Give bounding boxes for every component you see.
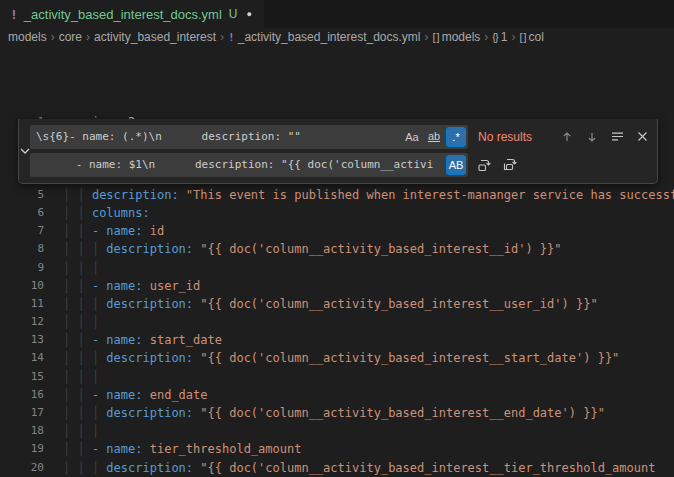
line-content: │ │ │ bbox=[63, 422, 106, 440]
code-line[interactable]: 17│ │ │ description: "{{ doc('column__ac… bbox=[0, 404, 674, 422]
indent-guide: │ │ │ bbox=[63, 424, 106, 438]
array-symbol-icon: [ ] bbox=[519, 31, 525, 43]
close-find-button[interactable] bbox=[633, 128, 651, 146]
indent-guide: │ │ │ bbox=[63, 297, 106, 311]
breadcrumb-separator: › bbox=[511, 30, 515, 44]
line-number[interactable]: 17 bbox=[0, 404, 44, 422]
code-token: id bbox=[150, 224, 164, 238]
code-token: description: bbox=[106, 242, 193, 256]
replace-input[interactable]: - name: $1\n description: "{{ doc('colum… bbox=[30, 153, 468, 177]
indent-guide: │ │ bbox=[63, 333, 92, 347]
line-number[interactable]: 9 bbox=[0, 259, 44, 277]
line-number[interactable]: 14 bbox=[0, 349, 44, 367]
editor-pane[interactable]: \s{6}- name: (.*)\n description: "" Aa a… bbox=[0, 113, 674, 477]
yaml-symbol-icon: ! bbox=[228, 31, 235, 44]
line-number[interactable]: 15 bbox=[0, 368, 44, 386]
toggle-replace-button[interactable] bbox=[19, 119, 30, 183]
code-token bbox=[142, 279, 149, 293]
line-content: │ │ - name: id bbox=[63, 222, 164, 240]
code-line[interactable]: 16│ │ - name: end_date bbox=[0, 386, 674, 404]
indent-guide: │ │ │ bbox=[63, 370, 106, 384]
line-number[interactable]: 7 bbox=[0, 222, 44, 240]
line-number[interactable]: 8 bbox=[0, 240, 44, 258]
preserve-case-toggle[interactable]: AB bbox=[446, 155, 466, 175]
breadcrumb-item-1[interactable]: {}1 bbox=[492, 30, 507, 44]
line-content: │ │ │ bbox=[63, 313, 106, 331]
line-number[interactable]: 10 bbox=[0, 277, 44, 295]
line-number[interactable]: 19 bbox=[0, 440, 44, 458]
tab-active[interactable]: ! _activity_based_interest_docs.yml U ● bbox=[0, 0, 264, 28]
indent-guide: │ │ │ bbox=[63, 315, 106, 329]
breadcrumb-label: _activity_based_interest_docs.yml bbox=[238, 30, 421, 44]
code-token: - name: bbox=[92, 279, 143, 293]
line-content: │ │ │ bbox=[63, 368, 106, 386]
breadcrumb: models›core›activity_based_interest›!_ac… bbox=[0, 28, 674, 46]
match-case-toggle[interactable]: Aa bbox=[402, 127, 422, 147]
replace-all-button[interactable] bbox=[500, 155, 520, 175]
indent-guide: │ │ │ bbox=[63, 461, 106, 475]
find-results-status: No results bbox=[478, 130, 546, 144]
code-token: tier_threshold_amount bbox=[150, 442, 302, 456]
breadcrumb-item-activity_based_interest[interactable]: activity_based_interest bbox=[94, 30, 216, 44]
replace-all-icon bbox=[502, 157, 518, 172]
regex-toggle[interactable]: .* bbox=[446, 127, 466, 147]
code-token: "{{ doc('column__activity_based_interest… bbox=[200, 351, 619, 365]
line-number[interactable]: 13 bbox=[0, 331, 44, 349]
code-token: "{{ doc('column__activity_based_interest… bbox=[200, 242, 561, 256]
line-number[interactable]: 5 bbox=[0, 186, 44, 204]
breadcrumb-item-models[interactable]: [ ]models bbox=[433, 30, 481, 44]
code-line[interactable]: 15│ │ │ bbox=[0, 368, 674, 386]
code-token: - name: bbox=[92, 333, 143, 347]
find-input[interactable]: \s{6}- name: (.*)\n description: "" Aa a… bbox=[30, 125, 468, 149]
code-line[interactable]: 11│ │ │ description: "{{ doc('column__ac… bbox=[0, 295, 674, 313]
code-line[interactable]: 5│ │ description: "This event is publish… bbox=[0, 186, 674, 204]
indent-guide: │ │ bbox=[63, 442, 92, 456]
breadcrumb-item-_activity_based_interest_docs.yml[interactable]: !_activity_based_interest_docs.yml bbox=[228, 30, 420, 44]
indent-guide: │ │ bbox=[63, 188, 92, 202]
code-token: columns: bbox=[92, 206, 150, 220]
code-token: - name: bbox=[92, 388, 143, 402]
line-number[interactable]: 20 bbox=[0, 459, 44, 477]
code-line[interactable]: 19│ │ - name: tier_threshold_amount bbox=[0, 440, 674, 458]
line-number[interactable]: 12 bbox=[0, 313, 44, 331]
line-content: │ │ - name: tier_threshold_amount bbox=[63, 440, 301, 458]
next-match-button[interactable] bbox=[583, 128, 601, 146]
line-number[interactable]: 6 bbox=[0, 204, 44, 222]
previous-match-button[interactable] bbox=[558, 128, 576, 146]
indent-guide: │ │ bbox=[63, 279, 92, 293]
code-token bbox=[142, 333, 149, 347]
code-line[interactable]: 6│ │ columns: bbox=[0, 204, 674, 222]
code-line[interactable]: 20│ │ │ description: "{{ doc('column__ac… bbox=[0, 459, 674, 477]
breadcrumb-item-core[interactable]: core bbox=[59, 30, 82, 44]
line-content: │ │ │ description: "{{ doc('column__acti… bbox=[63, 459, 655, 477]
find-in-selection-button[interactable] bbox=[608, 128, 626, 146]
code-line[interactable]: 13│ │ - name: start_date bbox=[0, 331, 674, 349]
breadcrumb-separator: › bbox=[51, 30, 55, 44]
line-number[interactable]: 18 bbox=[0, 422, 44, 440]
breadcrumb-item-models[interactable]: models bbox=[8, 30, 47, 44]
indent-guide: │ │ bbox=[63, 388, 92, 402]
code-line[interactable]: 9│ │ │ bbox=[0, 259, 674, 277]
code-token bbox=[179, 188, 186, 202]
code-token: - name: bbox=[92, 224, 143, 238]
line-number[interactable]: 16 bbox=[0, 386, 44, 404]
breadcrumb-label: col bbox=[529, 30, 544, 44]
code-line[interactable]: 7│ │ - name: id bbox=[0, 222, 674, 240]
code-line[interactable]: 14│ │ │ description: "{{ doc('column__ac… bbox=[0, 349, 674, 367]
code-line[interactable]: 12│ │ │ bbox=[0, 313, 674, 331]
code-token: description: bbox=[106, 297, 193, 311]
replace-one-button[interactable] bbox=[474, 155, 494, 175]
code-line[interactable]: 18│ │ │ bbox=[0, 422, 674, 440]
arrow-down-icon bbox=[586, 131, 598, 143]
tab-bar: ! _activity_based_interest_docs.yml U ● bbox=[0, 0, 674, 28]
line-number[interactable]: 11 bbox=[0, 295, 44, 313]
breadcrumb-separator: › bbox=[484, 30, 488, 44]
line-content: │ │ - name: end_date bbox=[63, 386, 208, 404]
modified-dot-icon[interactable]: ● bbox=[247, 9, 252, 19]
code-line[interactable]: 10│ │ - name: user_id bbox=[0, 277, 674, 295]
code-line[interactable]: 8│ │ │ description: "{{ doc('column__act… bbox=[0, 240, 674, 258]
breadcrumb-item-col[interactable]: [ ]col bbox=[519, 30, 544, 44]
code-token: description: bbox=[106, 351, 193, 365]
line-content: │ │ │ description: "{{ doc('column__acti… bbox=[63, 240, 562, 258]
whole-word-toggle[interactable]: ab bbox=[424, 127, 444, 147]
